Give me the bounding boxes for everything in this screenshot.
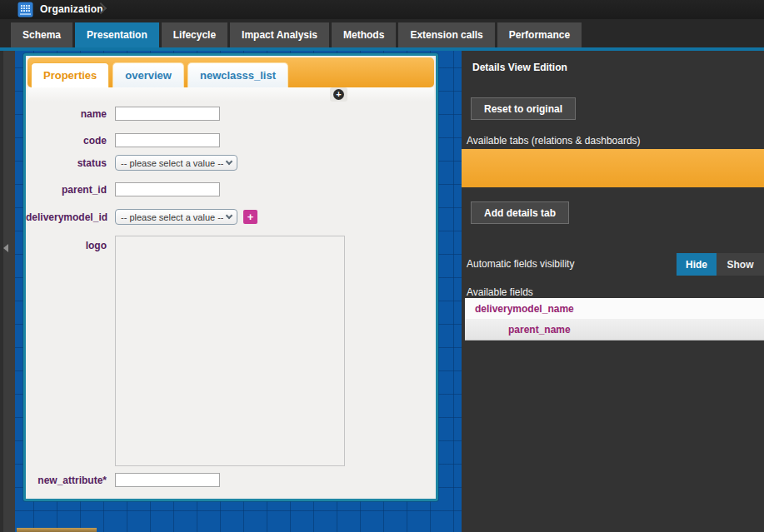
available-tabs-dropzone[interactable] (462, 149, 764, 187)
field-name: deliverymodel_name (465, 303, 574, 315)
parent-id-input[interactable] (115, 182, 220, 196)
field-row-new-attribute: new_attribute* (26, 473, 436, 487)
partial-widget-header (17, 528, 97, 532)
visibility-toggle: Hide Show (677, 253, 764, 276)
field-label: logo (26, 236, 107, 251)
field-label: status (26, 157, 107, 169)
titlebar: Organization (0, 0, 764, 19)
add-deliverymodel-button[interactable]: + (243, 210, 257, 224)
field-row-parent-id: parent_id (26, 182, 436, 196)
field-row-logo: logo (26, 236, 436, 466)
app-window: Organization Schema Presentation Lifecyc… (0, 0, 764, 532)
tab-impact-analysis[interactable]: Impact Analysis (230, 22, 329, 47)
field-label: code (26, 135, 107, 147)
hide-toggle-button[interactable]: Hide (677, 253, 717, 276)
organization-building-icon (17, 2, 33, 17)
available-tabs-label: Available tabs (relations & dashboards) (467, 135, 641, 147)
field-name: parent_name (465, 324, 571, 336)
form-fields: name code status -- please select a valu… (26, 56, 436, 499)
add-details-tab-button[interactable]: Add details tab (471, 201, 569, 224)
show-toggle-button[interactable]: Show (717, 253, 764, 276)
design-canvas: Properties overview newclasss_list + nam… (15, 51, 462, 532)
list-item-parent-name[interactable]: parent_name (465, 319, 764, 340)
reset-to-original-button[interactable]: Reset to original (471, 97, 576, 120)
logo-upload-area[interactable] (115, 236, 345, 466)
details-view-edition-panel: Details View Edition Reset to original A… (462, 51, 764, 532)
form-designer-panel: Properties overview newclasss_list + nam… (23, 53, 438, 501)
tab-presentation[interactable]: Presentation (75, 22, 159, 47)
list-item-deliverymodel-name[interactable]: deliverymodel_name (465, 298, 764, 319)
tab-extension-calls[interactable]: Extension calls (398, 22, 494, 47)
left-collapse-strip[interactable] (0, 51, 15, 532)
field-label: parent_id (26, 184, 107, 196)
automatic-fields-visibility-label: Automatic fields visibility (467, 258, 574, 270)
collapse-left-arrow-icon[interactable] (3, 244, 8, 252)
tab-schema[interactable]: Schema (11, 22, 72, 47)
tab-performance[interactable]: Performance (497, 22, 582, 47)
tab-methods[interactable]: Methods (332, 22, 396, 47)
available-fields-label: Available fields (467, 286, 533, 298)
panel-title: Details View Edition (472, 62, 567, 73)
field-row-status: status -- please select a value -- (26, 155, 436, 171)
main-tab-bar: Schema Presentation Lifecycle Impact Ana… (0, 19, 764, 47)
deliverymodel-select[interactable]: -- please select a value -- (115, 209, 237, 225)
select-value: -- please select a value -- (121, 212, 223, 222)
field-row-name: name (26, 107, 436, 121)
select-value: -- please select a value -- (121, 158, 223, 168)
chevron-down-icon (226, 212, 232, 219)
field-label: deliverymodel_id (26, 211, 107, 223)
new-attribute-input[interactable] (115, 473, 220, 487)
available-fields-list: deliverymodel_name parent_name (465, 298, 764, 341)
field-row-deliverymodel-id: deliverymodel_id -- please select a valu… (26, 209, 436, 225)
name-input[interactable] (115, 107, 220, 121)
chevron-down-icon (226, 158, 232, 165)
field-label: new_attribute* (26, 475, 107, 486)
field-label: name (26, 108, 107, 120)
field-row-code: code (26, 133, 436, 147)
code-input[interactable] (115, 133, 220, 147)
status-select[interactable]: -- please select a value -- (115, 155, 237, 171)
page-title: Organization (40, 3, 103, 15)
tab-lifecycle[interactable]: Lifecycle (162, 22, 227, 47)
